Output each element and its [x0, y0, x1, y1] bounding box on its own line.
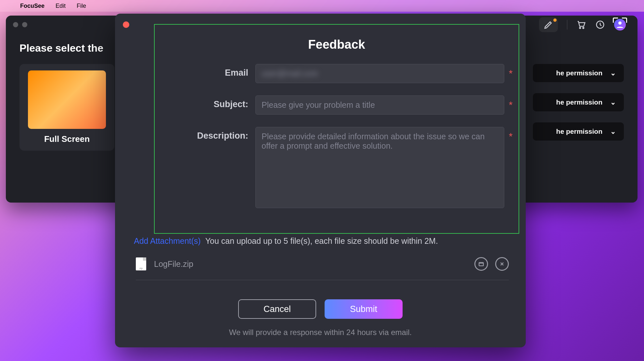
add-attachment-link[interactable]: Add Attachment(s): [134, 236, 201, 246]
zip-file-icon: zip: [136, 257, 146, 270]
required-icon: *: [504, 127, 513, 142]
attachment-note: You can upload up to 5 file(s), each fil…: [205, 236, 438, 246]
close-icon[interactable]: [123, 21, 129, 28]
notification-dot-icon: [553, 19, 557, 22]
svg-point-3: [618, 21, 622, 25]
menu-item-edit[interactable]: Edit: [56, 3, 66, 9]
menu-bar: FocuSee Edit File: [0, 0, 644, 12]
attachment-row: zip LogFile.zip: [136, 257, 509, 280]
submit-button[interactable]: Submit: [325, 299, 403, 319]
fullscreen-card-label: Full Screen: [28, 134, 106, 144]
feedback-modal: Feedback Email user@mail.com * Subject: …: [115, 14, 526, 347]
description-textarea[interactable]: [255, 127, 504, 208]
permission-button-3[interactable]: he permission ⌄: [533, 122, 624, 141]
menu-item-file[interactable]: File: [77, 3, 86, 9]
permission-button-2[interactable]: he permission ⌄: [533, 93, 624, 111]
email-label: Email: [155, 64, 255, 78]
chevron-down-icon: ⌄: [610, 69, 616, 77]
required-icon: *: [504, 95, 513, 110]
attachment-filename: LogFile.zip: [154, 259, 193, 269]
chevron-down-icon: ⌄: [610, 128, 616, 135]
edit-button[interactable]: [539, 17, 558, 32]
cart-icon[interactable]: [576, 20, 586, 30]
permission-label: he permission: [556, 98, 602, 106]
close-dot-icon[interactable]: [13, 22, 18, 27]
chevron-down-icon: ⌄: [610, 98, 616, 106]
subject-label: Subject:: [155, 95, 255, 109]
fullscreen-card[interactable]: Full Screen: [19, 64, 114, 151]
subject-input[interactable]: [255, 95, 504, 115]
profile-avatar[interactable]: [614, 19, 626, 31]
cancel-button[interactable]: Cancel: [238, 299, 316, 319]
permission-label: he permission: [556, 69, 602, 77]
svg-point-0: [579, 27, 581, 29]
description-label: Description:: [155, 127, 255, 141]
required-icon: *: [504, 64, 513, 79]
minimize-dot-icon[interactable]: [22, 22, 27, 27]
email-field[interactable]: user@mail.com: [255, 64, 504, 83]
response-note: We will provide a response within 24 hou…: [115, 328, 526, 337]
open-folder-icon[interactable]: [474, 257, 488, 271]
separator: [567, 20, 567, 30]
remove-attachment-icon[interactable]: [495, 257, 509, 271]
history-icon[interactable]: [595, 20, 605, 30]
traffic-lights[interactable]: [13, 22, 27, 27]
desktop: FocuSee Edit File: [0, 0, 644, 361]
permission-label: he permission: [556, 128, 602, 135]
menu-app-name[interactable]: FocuSee: [20, 3, 45, 9]
fullscreen-thumbnail: [28, 70, 106, 129]
feedback-title: Feedback: [155, 38, 519, 52]
feedback-form-frame: Feedback Email user@mail.com * Subject: …: [154, 24, 519, 234]
email-value: user@mail.com: [262, 69, 318, 78]
permission-button-1[interactable]: he permission ⌄: [533, 64, 624, 82]
svg-point-1: [583, 27, 584, 29]
